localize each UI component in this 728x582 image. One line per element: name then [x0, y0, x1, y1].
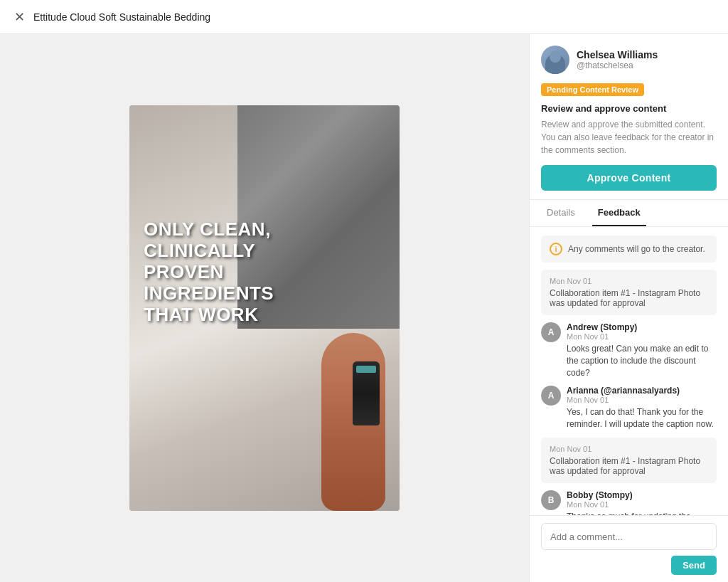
tabs: Details Feedback — [530, 200, 728, 227]
info-note: i Any comments will go to the creator. — [541, 236, 717, 263]
comment-avatar-arianna: A — [541, 386, 561, 406]
comment-name-bobby: Bobby (Stompy) — [567, 490, 717, 500]
comment-andrew: A Andrew (Stompy) Mon Nov 01 Looks great… — [541, 322, 717, 379]
comment-input-area: Send — [530, 515, 728, 582]
comment-content-andrew: Andrew (Stompy) Mon Nov 01 Looks great! … — [567, 322, 717, 379]
image-background: ONLY CLEAN,CLINICALLYPROVENINGREDIENTSTH… — [129, 105, 400, 511]
system-message-1: Mon Nov 01 Collaboration item #1 - Insta… — [541, 270, 717, 315]
right-header: Chelsea Williams @thatschelsea Pending C… — [530, 34, 728, 200]
comment-arianna: A Arianna (@ariannasalyards) Mon Nov 01 … — [541, 386, 717, 430]
review-title: Review and approve content — [541, 103, 717, 114]
comment-text-arianna: Yes, I can do that! Thank you for the re… — [567, 406, 717, 430]
image-text-overlay: ONLY CLEAN,CLINICALLYPROVENINGREDIENTSTH… — [144, 219, 274, 325]
status-badge: Pending Content Review — [541, 83, 644, 96]
tab-details[interactable]: Details — [541, 200, 581, 226]
system-msg-date-2: Mon Nov 01 — [550, 445, 708, 453]
system-msg-date-1: Mon Nov 01 — [550, 277, 708, 285]
comment-name-andrew: Andrew (Stompy) — [567, 322, 717, 332]
send-button[interactable]: Send — [671, 556, 717, 575]
review-description: Review and approve the submitted content… — [541, 118, 717, 157]
close-button[interactable]: ✕ — [14, 11, 25, 23]
comment-content-bobby: Bobby (Stompy) Mon Nov 01 Thanks so much… — [567, 490, 717, 515]
right-panel: Chelsea Williams @thatschelsea Pending C… — [529, 34, 728, 582]
system-message-2: Mon Nov 01 Collaboration item #1 - Insta… — [541, 438, 717, 483]
comment-date-arianna: Mon Nov 01 — [567, 396, 717, 404]
page-title: Ettitude Cloud Soft Sustainable Bedding — [33, 11, 210, 23]
system-msg-text-2: Collaboration item #1 - Instagram Photo … — [550, 456, 708, 476]
info-note-text: Any comments will go to the creator. — [568, 244, 705, 254]
comment-date-bobby: Mon Nov 01 — [567, 500, 717, 509]
user-info: Chelsea Williams @thatschelsea — [541, 46, 717, 74]
comment-input[interactable] — [541, 523, 717, 550]
content-image: ONLY CLEAN,CLINICALLYPROVENINGREDIENTSTH… — [129, 105, 400, 511]
user-details: Chelsea Williams @thatschelsea — [577, 49, 658, 70]
image-panel: ONLY CLEAN,CLINICALLYPROVENINGREDIENTSTH… — [0, 34, 529, 582]
comment-avatar-andrew: A — [541, 322, 561, 342]
comment-date-andrew: Mon Nov 01 — [567, 332, 717, 341]
user-name: Chelsea Williams — [577, 49, 658, 60]
comment-text-andrew: Looks great! Can you make an edit to the… — [567, 343, 717, 379]
comments-area: i Any comments will go to the creator. M… — [530, 227, 728, 515]
tab-feedback[interactable]: Feedback — [592, 200, 646, 226]
system-msg-text-1: Collaboration item #1 - Instagram Photo … — [550, 288, 708, 308]
info-icon: i — [550, 243, 562, 255]
main-layout: ONLY CLEAN,CLINICALLYPROVENINGREDIENTSTH… — [0, 34, 728, 582]
user-handle: @thatschelsea — [577, 60, 658, 70]
send-btn-row: Send — [541, 556, 717, 575]
comment-avatar-bobby: B — [541, 490, 561, 510]
product-can — [353, 361, 380, 425]
avatar — [541, 46, 569, 74]
approve-button[interactable]: Approve Content — [541, 165, 717, 191]
header: ✕ Ettitude Cloud Soft Sustainable Beddin… — [0, 0, 728, 34]
comment-name-arianna: Arianna (@ariannasalyards) — [567, 386, 717, 396]
comment-content-arianna: Arianna (@ariannasalyards) Mon Nov 01 Ye… — [567, 386, 717, 430]
comment-bobby: B Bobby (Stompy) Mon Nov 01 Thanks so mu… — [541, 490, 717, 515]
